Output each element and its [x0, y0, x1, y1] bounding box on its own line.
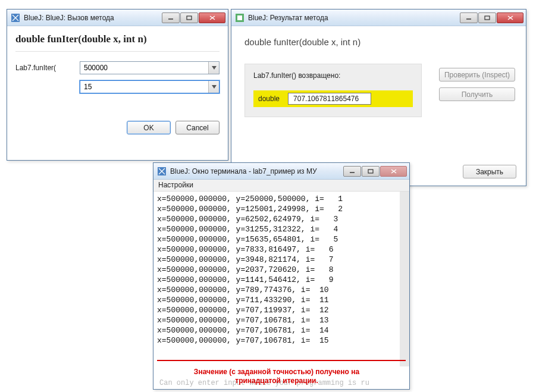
scrollbar-track[interactable]	[400, 192, 409, 366]
terminal-line: x=500000,000000, y=707,119937, i= 12	[157, 305, 396, 315]
menu-bar: Настройки	[153, 180, 409, 192]
result-row[interactable]: double 707.1067811865476	[253, 90, 413, 107]
red-annotation: Значение (с заданной точностью) получено…	[157, 368, 396, 385]
bluej-icon	[157, 167, 167, 176]
method-result-window: BlueJ: Результат метода double funIter(d…	[231, 9, 526, 186]
window-title: BlueJ: Результат метода	[248, 14, 459, 22]
titlebar[interactable]: BlueJ: BlueJ: Вызов метода	[7, 10, 228, 26]
terminal-line: x=500000,000000, y=250000,500000, i= 1	[157, 194, 396, 204]
window-title: BlueJ: Окно терминала - lab7_пример из М…	[170, 167, 343, 175]
svg-rect-4	[237, 15, 242, 20]
arg2-combo[interactable]	[80, 80, 220, 93]
cancel-button[interactable]: Cancel	[175, 121, 220, 134]
method-call-window: BlueJ: BlueJ: Вызов метода double funIte…	[7, 9, 228, 161]
close-button[interactable]	[380, 166, 407, 177]
terminal-line: x=500000,000000, y=7833,816497, i= 6	[157, 244, 396, 255]
minimize-button[interactable]	[162, 12, 180, 23]
maximize-button[interactable]	[362, 166, 380, 177]
close-dialog-button[interactable]: Закрыть	[463, 165, 516, 178]
dropdown-icon[interactable]	[208, 62, 219, 74]
terminal-line: x=500000,000000, y=711,433290, i= 11	[157, 295, 396, 305]
window-title: BlueJ: BlueJ: Вызов метода	[24, 14, 161, 22]
separator-line	[157, 360, 406, 361]
get-button[interactable]: Получить	[439, 87, 515, 101]
terminal-line: x=500000,000000, y=707,106781, i= 13	[157, 315, 396, 325]
svg-rect-9	[368, 170, 373, 173]
call-prefix-label: Lab7.funIter(	[15, 64, 80, 72]
minimize-button[interactable]	[343, 166, 361, 177]
result-value: 707.1067811865476	[288, 93, 371, 105]
terminal-line: x=500000,000000, y=125001,249998, i= 2	[157, 204, 396, 214]
terminal-line: x=500000,000000, y=707,106781, i= 14	[157, 325, 396, 335]
terminal-line: x=500000,000000, y=3948,821174, i= 7	[157, 255, 396, 265]
ok-button[interactable]: OK	[127, 121, 171, 134]
terminal-line: x=500000,000000, y=789,774376, i= 10	[157, 285, 396, 295]
method-signature: double funIter(double x, int n)	[244, 37, 434, 47]
returned-label: Lab7.funIter() возвращено:	[253, 71, 413, 80]
scrollbar-thumb[interactable]	[400, 200, 409, 331]
arg1-input[interactable]	[80, 62, 208, 74]
svg-rect-6	[485, 16, 490, 20]
close-button[interactable]	[497, 12, 523, 23]
result-panel: Lab7.funIter() возвращено: double 707.10…	[244, 64, 422, 117]
arg2-input[interactable]	[80, 81, 208, 93]
dropdown-icon[interactable]	[208, 81, 219, 93]
arg1-combo[interactable]	[80, 61, 220, 74]
terminal-line: x=500000,000000, y=15635,654801, i= 5	[157, 234, 396, 244]
terminal-line: x=500000,000000, y=62502,624979, i= 3	[157, 214, 396, 224]
terminal-output[interactable]: x=500000,000000, y=250000,500000, i= 1x=…	[153, 192, 409, 366]
bluej-icon	[11, 13, 20, 23]
maximize-button[interactable]	[180, 12, 198, 23]
settings-menu[interactable]: Настройки	[158, 181, 193, 189]
terminal-window: BlueJ: Окно терминала - lab7_пример из М…	[153, 162, 410, 390]
close-button[interactable]	[199, 12, 225, 23]
svg-rect-2	[187, 16, 192, 20]
result-type: double	[258, 95, 280, 103]
terminal-line: x=500000,000000, y=707,106781, i= 15	[157, 335, 396, 346]
terminal-line: x=500000,000000, y=1141,546412, i= 9	[157, 275, 396, 285]
titlebar[interactable]: BlueJ: Результат метода	[231, 10, 526, 26]
bluej-icon	[235, 13, 244, 23]
inspect-button[interactable]: Проверить (Inspect)	[439, 68, 515, 81]
titlebar[interactable]: BlueJ: Окно терминала - lab7_пример из М…	[153, 163, 409, 180]
minimize-button[interactable]	[460, 12, 478, 23]
terminal-line: x=500000,000000, y=2037,720620, i= 8	[157, 265, 396, 275]
maximize-button[interactable]	[478, 12, 496, 23]
terminal-line: x=500000,000000, y=31255,312322, i= 4	[157, 224, 396, 234]
method-signature: double funIter(double x, int n)	[15, 33, 220, 52]
